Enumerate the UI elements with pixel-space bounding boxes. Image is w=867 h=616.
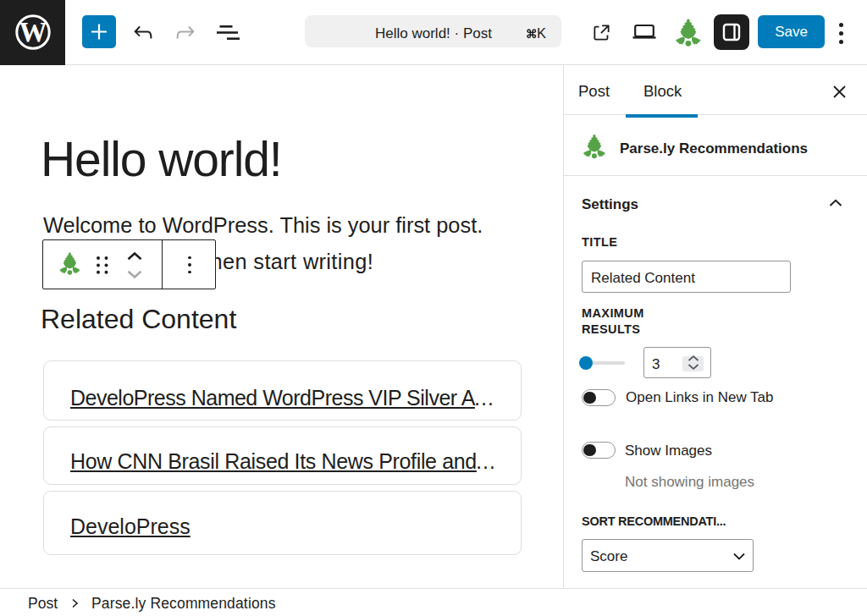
svg-text:W: W xyxy=(19,17,47,47)
